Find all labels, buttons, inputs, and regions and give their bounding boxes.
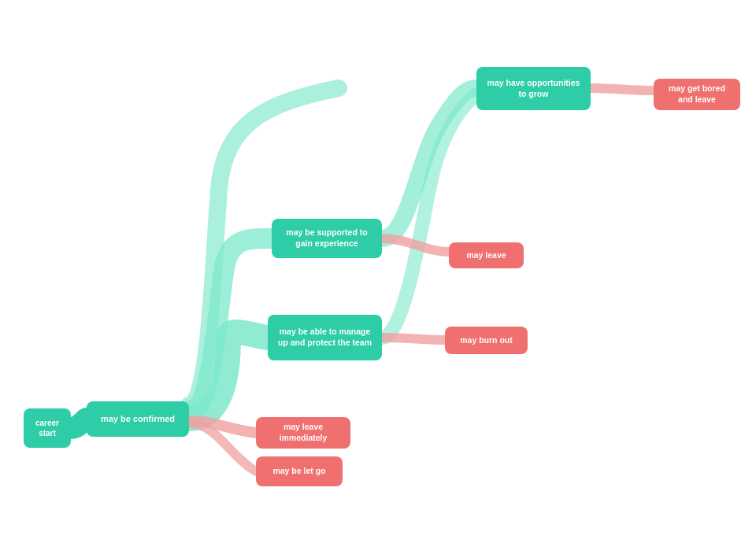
may-get-bored-node: may get bored and leave — [654, 79, 740, 110]
may-have-opportunities-node: may have opportunities to grow — [476, 67, 591, 110]
may-be-confirmed-node: may be confirmed — [87, 401, 189, 437]
may-leave-node: may leave — [449, 242, 524, 268]
may-be-let-go-node: may be let go — [256, 456, 343, 486]
career-start-node: career start — [24, 408, 71, 448]
may-be-supported-node: may be supported to gain experience — [272, 219, 382, 258]
may-be-able-node: may be able to manage up and protect the… — [268, 315, 382, 360]
connections-svg — [0, 0, 756, 543]
may-burn-out-node: may burn out — [445, 327, 528, 354]
diagram-canvas: career start may be confirmed may leave … — [0, 0, 756, 543]
may-leave-immediately-node: may leave immediately — [256, 417, 350, 449]
